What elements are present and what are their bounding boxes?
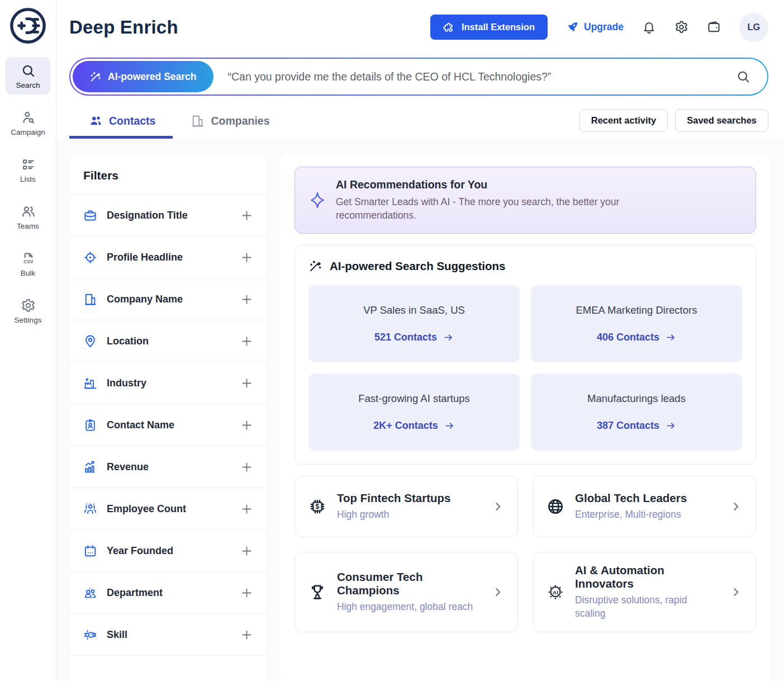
sidebar-item-settings[interactable]: Settings xyxy=(5,292,51,329)
category-card-fintech[interactable]: Top Fintech Startups High growth xyxy=(294,476,518,537)
tabs-row: Contacts Companies Recent activity Saved… xyxy=(56,96,784,139)
category-cards: Top Fintech Startups High growth Global … xyxy=(294,476,756,632)
trophy-icon xyxy=(308,583,326,601)
sidebar-item-label: Teams xyxy=(17,222,39,230)
suggestion-card-manufacturing[interactable]: Manufacturings leads 387 Contacts xyxy=(531,373,742,451)
bell-icon[interactable] xyxy=(642,20,656,34)
add-filter-icon[interactable] xyxy=(240,461,253,474)
ai-powered-search-pill[interactable]: AI-powered Search xyxy=(73,61,213,92)
category-title: AI & Automation Innovators xyxy=(575,564,719,590)
people-icon xyxy=(89,114,103,128)
suggestion-count-link[interactable]: 387 Contacts xyxy=(597,420,676,432)
filter-row-year-founded[interactable]: Year Founded xyxy=(70,530,267,572)
lists-icon xyxy=(21,157,36,172)
recent-activity-button[interactable]: Recent activity xyxy=(579,109,668,132)
sidebar-item-bulk[interactable]: Bulk xyxy=(5,245,51,282)
filter-row-department[interactable]: Department xyxy=(70,572,267,614)
suggestion-query: EMEA Marketing Directors xyxy=(576,304,697,316)
ai-chip-icon xyxy=(547,583,564,601)
sidebar-item-lists[interactable]: Lists xyxy=(5,151,51,188)
upgrade-label: Upgrade xyxy=(584,21,624,33)
suggestion-count: 2K+ Contacts xyxy=(373,420,438,432)
deep-enrich-logo-icon xyxy=(9,7,47,45)
filter-label: Employee Count xyxy=(107,503,186,515)
suggestion-count-link[interactable]: 521 Contacts xyxy=(374,332,454,343)
filter-row-company-name[interactable]: Company Name xyxy=(70,278,267,320)
add-filter-icon[interactable] xyxy=(240,377,253,390)
filter-row-designation-title[interactable]: Designation Title xyxy=(70,195,267,237)
suggestion-card-vp-sales[interactable]: VP Sales in SaaS, US 521 Contacts xyxy=(308,285,520,362)
add-filter-icon[interactable] xyxy=(240,587,253,599)
suggestion-count: 387 Contacts xyxy=(597,420,659,432)
magic-wand-icon xyxy=(89,70,102,83)
filter-label: Year Founded xyxy=(107,545,173,557)
filter-row-employee-count[interactable]: Employee Count xyxy=(70,488,267,530)
sparkle-star-icon xyxy=(308,191,326,209)
saved-searches-button[interactable]: Saved searches xyxy=(675,109,768,132)
suggestion-card-emea-marketing[interactable]: EMEA Marketing Directors 406 Contacts xyxy=(531,285,742,362)
sidebar-item-search[interactable]: Search xyxy=(5,57,51,94)
main-area: Deep Enrich Install Extension Upgrade LG xyxy=(56,0,784,681)
suggestion-count-link[interactable]: 406 Contacts xyxy=(597,332,676,343)
filter-row-contact-name[interactable]: Contact Name xyxy=(70,404,267,446)
add-filter-icon[interactable] xyxy=(240,545,253,557)
filter-row-location[interactable]: Location xyxy=(70,320,267,362)
sidebar-item-label: Lists xyxy=(20,175,36,183)
filter-label: Contact Name xyxy=(107,419,174,431)
factory-icon xyxy=(83,376,97,390)
topbar: Deep Enrich Install Extension Upgrade LG xyxy=(56,0,784,54)
category-subtitle: High engagement, global reach xyxy=(337,600,477,614)
filter-row-skill[interactable]: Skill xyxy=(70,614,267,656)
banner-subtitle: Get Smarter Leads with AI - The more you… xyxy=(336,195,693,222)
gear-icon[interactable] xyxy=(674,20,688,34)
arrow-right-icon xyxy=(443,332,454,343)
install-extension-button[interactable]: Install Extension xyxy=(430,15,548,40)
add-filter-icon[interactable] xyxy=(240,503,253,516)
filter-row-profile-headline[interactable]: Profile Headline xyxy=(70,237,267,278)
category-card-consumer-tech[interactable]: Consumer Tech Champions High engagement,… xyxy=(294,552,518,632)
upgrade-button[interactable]: Upgrade xyxy=(566,21,624,34)
filter-row-industry[interactable]: Industry xyxy=(70,362,267,404)
add-filter-icon[interactable] xyxy=(240,209,253,222)
gear-icon xyxy=(21,298,36,313)
sidebar-item-campaign[interactable]: Campaign xyxy=(5,104,51,141)
add-filter-icon[interactable] xyxy=(240,628,253,641)
suggestion-count: 406 Contacts xyxy=(597,332,659,343)
tab-companies[interactable]: Companies xyxy=(173,114,287,139)
category-card-ai-automation[interactable]: AI & Automation Innovators Disruptive so… xyxy=(533,552,756,632)
chevron-right-icon xyxy=(730,500,742,513)
tab-label: Contacts xyxy=(109,115,155,127)
tab-contacts[interactable]: Contacts xyxy=(69,114,173,139)
deep-enrich-app: Search Campaign Lists Teams Bulk Setting… xyxy=(0,0,784,681)
skill-gear-icon xyxy=(83,628,97,642)
sidebar-item-label: Settings xyxy=(15,316,42,324)
category-card-global-tech[interactable]: Global Tech Leaders Enterprise, Multi-re… xyxy=(533,476,756,537)
suggestion-card-ai-startups[interactable]: Fast-growing AI startups 2K+ Contacts xyxy=(308,373,520,451)
ai-pill-label: AI-powered Search xyxy=(108,71,197,83)
suggestion-count: 521 Contacts xyxy=(374,332,437,343)
add-filter-icon[interactable] xyxy=(240,335,253,348)
sidebar-item-label: Campaign xyxy=(11,128,45,136)
filter-row-revenue[interactable]: Revenue xyxy=(70,446,267,488)
search-bar: AI-powered Search xyxy=(69,58,768,96)
sidebar-item-teams[interactable]: Teams xyxy=(5,198,51,235)
banner-title: AI Recommendations for You xyxy=(336,178,693,191)
avatar[interactable]: LG xyxy=(739,13,768,42)
suggestion-count-link[interactable]: 2K+ Contacts xyxy=(373,420,455,432)
add-filter-icon[interactable] xyxy=(240,419,253,432)
search-icon[interactable] xyxy=(736,69,750,84)
ai-recommendations-banner: AI Recommendations for You Get Smarter L… xyxy=(294,167,756,234)
filters-panel: Filters Designation Title Profile Headli… xyxy=(70,154,267,681)
puzzle-icon xyxy=(443,21,455,34)
add-filter-icon[interactable] xyxy=(240,293,253,306)
search-input[interactable] xyxy=(213,70,736,83)
category-subtitle: Enterprise, Multi-regions xyxy=(575,508,687,522)
suggestion-query: VP Sales in SaaS, US xyxy=(363,304,465,316)
wallet-icon[interactable] xyxy=(707,20,721,34)
add-filter-icon[interactable] xyxy=(240,251,253,264)
filter-label: Location xyxy=(107,335,149,347)
chevron-right-icon xyxy=(492,500,504,513)
globe-icon xyxy=(547,498,564,516)
people-group-icon xyxy=(83,502,97,516)
page-title: Deep Enrich xyxy=(69,17,178,38)
